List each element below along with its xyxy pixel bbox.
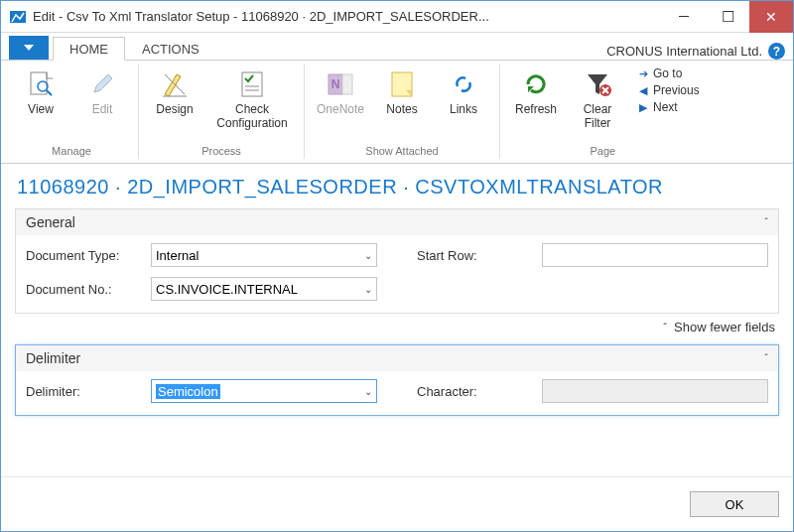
onenote-icon: N xyxy=(325,68,356,100)
fasttab-general: General ˆ Document Type: Internal⌄ Docum… xyxy=(15,208,779,314)
document-no-label: Document No.: xyxy=(26,282,145,297)
tab-home[interactable]: HOME xyxy=(53,37,125,61)
chevron-up-icon: ˆ xyxy=(764,216,768,228)
fasttab-delimiter-header[interactable]: Delimiter ˆ xyxy=(16,345,778,371)
minimize-button[interactable] xyxy=(662,1,706,33)
check-configuration-button[interactable]: Check Configuration xyxy=(206,65,298,130)
edit-button: Edit xyxy=(72,65,132,116)
clear-filter-icon xyxy=(582,68,613,100)
start-row-label: Start Row: xyxy=(417,248,536,263)
document-type-label: Document Type: xyxy=(26,248,145,263)
magnifier-page-icon xyxy=(25,68,57,100)
chevron-down-icon: ⌄ xyxy=(364,386,372,397)
maximize-button[interactable]: ☐ xyxy=(706,1,749,33)
design-button[interactable]: Design xyxy=(145,65,204,116)
help-icon[interactable]: ? xyxy=(768,43,785,60)
ribbon: View Edit Manage Design Ch xyxy=(1,61,793,164)
refresh-button[interactable]: Refresh xyxy=(506,65,566,116)
design-icon xyxy=(159,68,191,100)
document-no-dropdown[interactable]: CS.INVOICE.INTERNAL⌄ xyxy=(151,277,377,301)
group-page-label: Page xyxy=(590,143,615,159)
ok-button[interactable]: OK xyxy=(690,491,779,517)
character-input xyxy=(542,379,768,403)
group-manage-label: Manage xyxy=(52,143,91,159)
view-button[interactable]: View xyxy=(11,65,70,116)
chevron-down-icon: ⌄ xyxy=(364,284,372,295)
group-show-attached-label: Show Attached xyxy=(365,143,438,159)
notes-icon xyxy=(386,68,418,100)
onenote-button: N OneNote xyxy=(311,65,370,116)
svg-line-3 xyxy=(47,90,52,95)
close-button[interactable]: ✕ xyxy=(749,1,793,33)
triangle-left-icon: ◀ xyxy=(637,84,649,97)
links-button[interactable]: Links xyxy=(434,65,493,116)
company-name: CRONUS International Ltd. ? xyxy=(606,43,793,60)
window-title: Edit - Csv To Xml Translator Setup - 110… xyxy=(33,9,662,24)
chevron-down-icon: ⌄ xyxy=(364,250,372,261)
app-menu-button[interactable] xyxy=(9,36,49,60)
footer: OK xyxy=(1,476,793,531)
links-icon xyxy=(448,68,479,100)
tab-actions[interactable]: ACTIONS xyxy=(125,37,216,61)
character-label: Character: xyxy=(417,384,536,399)
svg-text:N: N xyxy=(331,77,340,91)
app-icon xyxy=(9,8,27,26)
previous-button[interactable]: ◀Previous xyxy=(637,83,700,97)
fasttab-general-header[interactable]: General ˆ xyxy=(16,209,778,235)
document-type-dropdown[interactable]: Internal⌄ xyxy=(151,243,377,267)
refresh-icon xyxy=(520,68,552,100)
chevron-up-icon: ˆ xyxy=(764,352,768,364)
arrow-right-icon: ➔ xyxy=(637,67,649,80)
next-button[interactable]: ▶Next xyxy=(637,100,700,114)
start-row-input[interactable] xyxy=(542,243,768,267)
show-fewer-fields-link[interactable]: ˆ Show fewer fields xyxy=(1,314,793,340)
clear-filter-button[interactable]: Clear Filter xyxy=(568,65,627,130)
triangle-right-icon: ▶ xyxy=(637,101,649,114)
title-bar: Edit - Csv To Xml Translator Setup - 110… xyxy=(1,1,793,33)
group-process-label: Process xyxy=(201,143,241,159)
pencil-icon xyxy=(86,68,118,100)
page-title: 11068920 · 2D_IMPORT_SALESORDER · CSVTOX… xyxy=(1,164,793,204)
notes-button[interactable]: Notes xyxy=(372,65,432,116)
goto-button[interactable]: ➔Go to xyxy=(637,66,700,80)
delimiter-dropdown[interactable]: Semicolon⌄ xyxy=(151,379,377,403)
checklist-icon xyxy=(236,68,268,100)
chevron-up-icon: ˆ xyxy=(663,322,667,333)
delimiter-label: Delimiter: xyxy=(26,384,145,399)
ribbon-tabs: HOME ACTIONS CRONUS International Ltd. ? xyxy=(1,33,793,61)
fasttab-delimiter: Delimiter ˆ Delimiter: Semicolon⌄ Charac… xyxy=(15,344,779,416)
svg-rect-8 xyxy=(342,74,352,94)
